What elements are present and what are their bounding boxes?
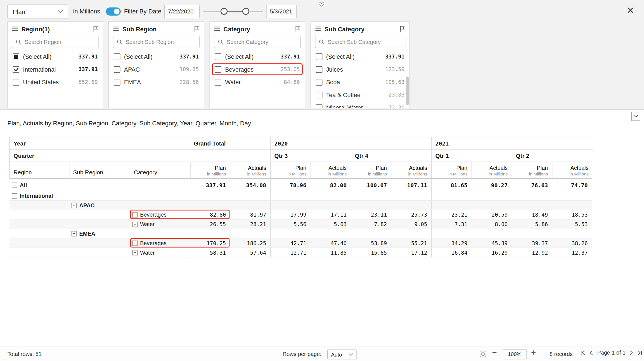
row-label[interactable]: Beverages xyxy=(140,212,167,218)
checkbox[interactable] xyxy=(114,79,120,85)
checkbox[interactable] xyxy=(316,92,323,98)
slider-handle-end[interactable] xyxy=(242,8,249,15)
menu-icon[interactable] xyxy=(315,26,321,31)
scrollbar-thumb[interactable] xyxy=(406,76,409,105)
zoom-out-button[interactable]: − xyxy=(492,348,497,357)
year-axis-label: Year xyxy=(10,137,190,150)
checkbox[interactable] xyxy=(13,66,20,73)
filter-item[interactable]: (Select All)337.91 xyxy=(210,50,305,63)
last-page-icon[interactable] xyxy=(637,350,643,356)
first-page-icon[interactable] xyxy=(580,350,586,356)
value-cell: 337.91 xyxy=(190,179,230,191)
checkbox[interactable] xyxy=(316,79,323,85)
search-input[interactable] xyxy=(226,38,297,45)
measure-unit: in Millions xyxy=(247,172,266,177)
gear-icon[interactable] xyxy=(479,350,487,358)
checkbox[interactable] xyxy=(114,66,120,73)
filter-item-label: Soda xyxy=(326,79,382,85)
collapse-icon[interactable]: − xyxy=(72,231,77,236)
checkbox[interactable] xyxy=(215,79,221,85)
row-label[interactable]: International xyxy=(20,193,53,199)
value-cell: 5.53 xyxy=(552,220,592,229)
flag-icon[interactable] xyxy=(93,26,99,32)
collapse-icon[interactable]: − xyxy=(12,182,17,188)
previous-page-icon[interactable] xyxy=(589,350,595,356)
filter-item[interactable]: Water84.86 xyxy=(210,76,305,88)
value-cell: 354.08 xyxy=(230,179,270,191)
filter-item[interactable]: Beverages253.05 xyxy=(210,63,305,76)
date-range-slider[interactable] xyxy=(203,6,263,18)
table-row: +Beverages170.25186.2542.7147.4053.8955.… xyxy=(10,238,592,248)
value-cell: 74.70 xyxy=(552,179,592,191)
filter-card: Category(Select All)337.91Beverages253.0… xyxy=(209,21,305,108)
value-cell: 5.63 xyxy=(311,220,351,229)
value-cell: 5.86 xyxy=(512,220,552,229)
search-input[interactable] xyxy=(125,38,196,45)
expand-icon[interactable]: + xyxy=(132,250,138,255)
checkbox[interactable] xyxy=(215,53,221,60)
filter-item[interactable]: (Select All)337.91 xyxy=(109,50,203,63)
checkbox[interactable] xyxy=(316,104,323,108)
filter-item[interactable]: (Select All)337.91 xyxy=(8,50,103,63)
filter-item-label: (Select All) xyxy=(326,53,382,60)
measure-dropdown[interactable]: Plan xyxy=(7,4,68,18)
menu-icon[interactable] xyxy=(12,26,18,31)
rows-per-page-dropdown[interactable]: Auto xyxy=(327,350,357,359)
menu-icon[interactable] xyxy=(214,26,220,31)
date-end-input[interactable] xyxy=(266,5,297,18)
close-icon[interactable]: × xyxy=(624,4,636,17)
flag-icon[interactable] xyxy=(295,26,301,32)
search-input[interactable] xyxy=(24,38,95,45)
collapse-filter-pane-icon[interactable] xyxy=(318,1,325,7)
filter-by-date-toggle[interactable] xyxy=(106,7,121,15)
zoom-in-button[interactable]: + xyxy=(531,348,536,357)
row-label[interactable]: Water xyxy=(140,249,155,255)
filter-item[interactable]: (Select All)337.91 xyxy=(311,50,409,63)
value-cell: 38.26 xyxy=(552,238,592,247)
value-cell: 16.84 xyxy=(431,248,472,257)
filter-item[interactable]: APAC109.35 xyxy=(109,63,203,76)
checkbox[interactable] xyxy=(114,53,120,60)
checkbox[interactable] xyxy=(215,66,221,73)
row-label[interactable]: APAC xyxy=(79,202,95,208)
flag-icon[interactable] xyxy=(194,26,200,32)
filter-item[interactable]: EMEA228.56 xyxy=(109,76,203,88)
expand-icon[interactable]: + xyxy=(132,212,138,217)
filter-item[interactable]: International337.91 xyxy=(8,63,103,76)
filter-item[interactable]: United States552.69 xyxy=(8,76,103,88)
row-header-cell: +Water xyxy=(130,220,190,229)
row-header-cell: +Beverages xyxy=(130,238,190,247)
row-header-cell xyxy=(69,191,130,200)
date-start-input[interactable] xyxy=(164,5,200,18)
measure-header: Actualsin Millions xyxy=(552,162,593,179)
row-label[interactable]: Water xyxy=(140,221,155,227)
slider-handle-start[interactable] xyxy=(221,8,228,15)
checkbox[interactable] xyxy=(316,53,323,60)
flag-icon[interactable] xyxy=(400,26,406,32)
zoom-level[interactable]: 100% xyxy=(503,349,527,360)
expand-icon[interactable]: + xyxy=(132,221,138,227)
filter-item[interactable]: Soda105.63 xyxy=(311,76,409,88)
status-bar: Total rows: 51 Rows per page: Auto − 100… xyxy=(0,347,644,361)
row-label[interactable]: Beverages xyxy=(140,240,167,246)
row-label[interactable]: EMEA xyxy=(79,231,95,237)
chevron-down-button[interactable] xyxy=(631,112,640,121)
checkbox[interactable] xyxy=(316,66,323,73)
checkbox[interactable] xyxy=(13,53,20,60)
filter-item[interactable]: Tea & Coffee23.83 xyxy=(311,88,409,101)
filter-item[interactable]: Juices123.59 xyxy=(311,63,409,76)
expand-icon[interactable]: + xyxy=(132,240,138,246)
measure-unit: in Millions xyxy=(408,172,427,177)
search-icon xyxy=(319,39,325,45)
checkbox[interactable] xyxy=(13,79,20,85)
measure-dropdown-value: Plan xyxy=(13,8,25,15)
search-input[interactable] xyxy=(327,38,402,45)
collapse-icon[interactable]: − xyxy=(72,203,77,208)
next-page-icon[interactable] xyxy=(628,350,634,356)
filter-item[interactable]: Mineral Water72.30 xyxy=(311,101,409,108)
menu-icon[interactable] xyxy=(113,26,119,31)
row-label[interactable]: All xyxy=(20,182,27,188)
filter-item-label: APAC xyxy=(124,66,176,73)
collapse-icon[interactable]: − xyxy=(12,193,17,198)
value-cell: 57.64 xyxy=(230,248,270,257)
